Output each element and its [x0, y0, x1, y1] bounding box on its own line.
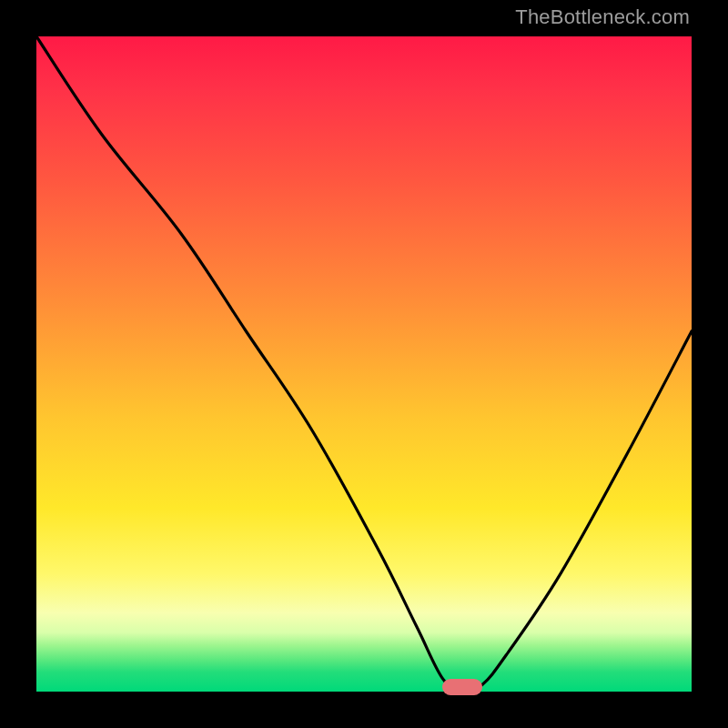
optimal-marker — [442, 679, 481, 695]
plot-area — [36, 36, 692, 692]
bottleneck-curve — [36, 36, 692, 692]
curve-path — [36, 36, 692, 693]
watermark-label: TheBottleneck.com — [515, 5, 690, 29]
chart-container: TheBottleneck.com — [0, 0, 728, 728]
